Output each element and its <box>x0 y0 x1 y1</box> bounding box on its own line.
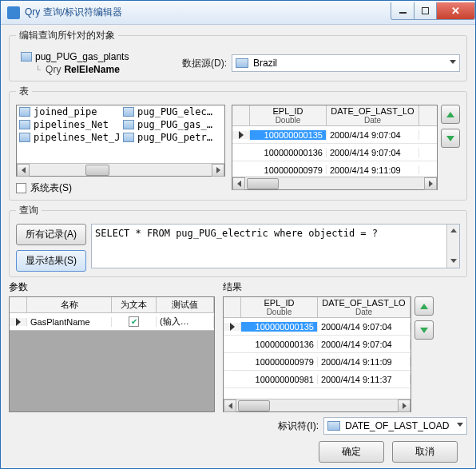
tree-root-label: pug_PUG_gas_plants <box>35 51 129 62</box>
params-grid[interactable]: 名称 为文本 测试值 GasPlantName ✔ (输入… <box>9 296 215 412</box>
chevron-down-icon <box>457 423 463 427</box>
results-grid[interactable]: EPL_IDDoubleDATE_OF_LAST_LODate100000000… <box>223 296 411 412</box>
scroll-right-button[interactable] <box>212 164 224 177</box>
target-group: 编辑查询所针对的对象 pug_PUG_gas_plants └ Qry RelE… <box>9 29 467 81</box>
move-down-button[interactable] <box>441 129 460 148</box>
tree-branch-icon: └ <box>35 66 41 74</box>
system-tables-label: 系统表(S) <box>30 181 72 195</box>
table-row[interactable]: 1000000009812000/4/14 9:11:37 <box>224 371 411 388</box>
tree-root[interactable]: pug_PUG_gas_plants <box>21 50 173 63</box>
table-row[interactable]: 1000000009792000/4/14 9:11:09 <box>224 353 411 371</box>
param-testval[interactable]: (输入… <box>157 316 214 328</box>
identifier-label: 标识符(I): <box>278 419 319 433</box>
query-legend: 查询 <box>16 204 42 217</box>
identifier-value: DATE_OF_LAST_LOAD <box>345 420 450 431</box>
show-results-button[interactable]: 显示结果(S) <box>16 250 86 272</box>
target-legend: 编辑查询所针对的对象 <box>16 29 118 42</box>
table-icon <box>19 107 30 117</box>
scroll-thumb[interactable] <box>85 165 109 176</box>
result-up-button[interactable] <box>415 296 434 316</box>
query-group: 查询 所有记录(A) 显示结果(S) SELECT * FROM pug_PUG… <box>9 204 467 277</box>
param-col-name: 名称 <box>27 297 112 312</box>
close-button[interactable]: ✕ <box>437 2 475 20</box>
identifier-combo[interactable]: DATE_OF_LAST_LOAD <box>323 417 467 435</box>
param-name: GasPlantName <box>27 317 112 327</box>
table-item[interactable]: pipelines_Net <box>17 118 121 131</box>
result-down-button[interactable] <box>415 320 434 340</box>
h-scrollbar[interactable] <box>17 163 224 176</box>
sql-text: SELECT * FROM pug_PUG_electric where obj… <box>95 228 378 239</box>
param-astext-checkbox[interactable]: ✔ <box>129 316 139 327</box>
app-icon <box>7 6 20 19</box>
table-icon <box>123 120 134 129</box>
table-item[interactable]: pug_PUG_elec… <box>121 105 224 118</box>
column-icon <box>327 421 340 431</box>
cancel-button[interactable]: 取消 <box>392 441 458 463</box>
window: Qry 查询/标识符编辑器 ✕ 编辑查询所针对的对象 pug_PUG_gas_p… <box>0 0 476 469</box>
system-tables-checkbox[interactable]: 系统表(S) <box>16 181 225 195</box>
table-item[interactable]: joined_pipe <box>17 105 121 118</box>
h-scrollbar[interactable] <box>232 177 437 189</box>
tree-child[interactable]: └ Qry RelEleName <box>35 63 173 76</box>
maximize-button[interactable] <box>415 2 437 20</box>
tree-child-prefix: Qry <box>46 64 61 75</box>
table-preview-grid[interactable]: EPL_IDDoubleDATE_OF_LAST_LODate100000000… <box>232 105 438 190</box>
titlebar: Qry 查询/标识符编辑器 ✕ <box>1 1 475 25</box>
window-title: Qry 查询/标识符编辑器 <box>25 6 391 19</box>
tree-child-label: RelEleName <box>64 64 119 75</box>
params-legend: 参数 <box>9 280 215 294</box>
datasource-icon <box>236 58 248 68</box>
table-icon <box>19 120 30 129</box>
minimize-button[interactable] <box>391 2 415 20</box>
datasource-combo[interactable]: Brazil <box>232 54 460 72</box>
results-legend: 结果 <box>223 280 467 294</box>
v-scrollbar[interactable] <box>446 225 459 268</box>
table-row[interactable]: 1000000001352000/4/14 9:07:04 <box>232 126 437 144</box>
table-item[interactable]: pug_PUG_petr… <box>121 131 224 144</box>
tables-legend: 表 <box>16 85 32 98</box>
table-row[interactable]: 1000000009792000/4/14 9:11:09 <box>232 161 437 174</box>
checkbox-icon <box>16 183 26 193</box>
table-row[interactable]: 1000000001362000/4/14 9:07:04 <box>232 144 437 161</box>
table-icon <box>123 133 134 142</box>
tables-list[interactable]: joined_pipepipelines_Netpipelines_Net_Ju… <box>16 105 225 177</box>
ok-button[interactable]: 确定 <box>319 441 384 463</box>
move-up-button[interactable] <box>441 105 460 124</box>
target-tree[interactable]: pug_PUG_gas_plants └ Qry RelEleName <box>21 50 173 76</box>
table-item[interactable]: pug_PUG_gas_… <box>121 118 224 131</box>
layer-icon <box>21 52 32 62</box>
datasource-label: 数据源(D): <box>182 57 227 70</box>
table-icon <box>123 107 134 117</box>
tables-group: 表 joined_pipepipelines_Netpipelines_Net_… <box>9 85 467 201</box>
table-icon <box>19 133 30 142</box>
table-row[interactable]: 1000000001362000/4/14 9:07:04 <box>224 336 411 353</box>
row-header-blank <box>10 297 27 312</box>
h-scrollbar[interactable] <box>224 399 411 411</box>
param-col-astext: 为文本 <box>112 297 157 312</box>
datasource-value: Brazil <box>253 58 277 69</box>
param-row[interactable]: GasPlantName ✔ (输入… <box>10 313 214 331</box>
table-row[interactable]: 1000000001352000/4/14 9:07:04 <box>224 318 411 336</box>
param-col-testval: 测试值 <box>157 297 214 312</box>
sql-textarea[interactable]: SELECT * FROM pug_PUG_electric where obj… <box>91 224 460 268</box>
all-records-button[interactable]: 所有记录(A) <box>16 224 86 245</box>
chevron-down-icon <box>450 60 456 64</box>
table-item[interactable]: pipelines_Net_Junctions <box>17 131 121 144</box>
scroll-left-button[interactable] <box>17 164 30 177</box>
